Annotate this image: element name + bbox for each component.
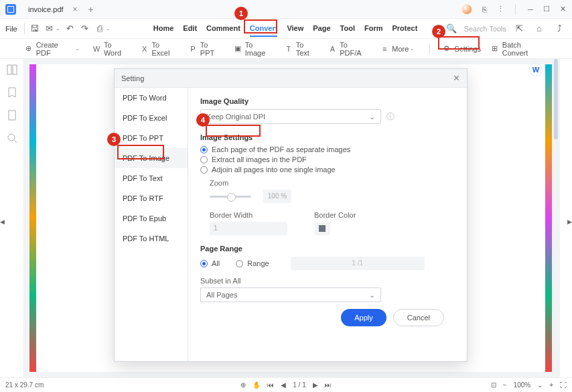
page-first-icon[interactable]: ⏮: [267, 381, 274, 389]
sidebar-item-pdf-to-rtf[interactable]: PDF To RTF: [115, 188, 188, 208]
chevron-down-icon: ⌄: [75, 46, 80, 52]
tab-close-icon[interactable]: ×: [73, 5, 78, 14]
attachment-icon[interactable]: [7, 110, 17, 121]
zoom-out-icon[interactable]: −: [503, 381, 507, 389]
scrollbar-thumb[interactable]: [554, 59, 558, 139]
sidebar-item-pdf-to-excel[interactable]: PDF To Excel: [115, 108, 188, 128]
page-prev-icon[interactable]: ◀: [281, 381, 286, 389]
window-minimize-icon[interactable]: ─: [526, 5, 534, 13]
sidebar-item-pdf-to-word[interactable]: PDF To Word: [115, 88, 188, 108]
sidebar-item-pdf-to-html[interactable]: PDF To HTML: [115, 228, 188, 249]
fit-width-icon[interactable]: ⊡: [491, 381, 496, 389]
titlebar: invoice.pdf × + ⎘ ⋮ ─ ☐ ✕: [0, 0, 572, 19]
more-button[interactable]: ≡ More ⌄: [380, 44, 417, 54]
tab-page[interactable]: Page: [313, 21, 330, 37]
cloud-icon[interactable]: ⌂: [533, 23, 545, 35]
toolbar: ⊕ Create PDF ⌄ W To Word X To Excel P To…: [0, 39, 572, 59]
page-range-input[interactable]: 1 /1: [291, 257, 425, 270]
to-image-button[interactable]: ▣ To Image: [233, 41, 275, 57]
border-color-picker[interactable]: [314, 222, 330, 235]
border-width-label: Border Width: [210, 211, 287, 219]
to-ppt-button[interactable]: P To PPT: [188, 41, 224, 57]
zoom-value[interactable]: 100 %: [263, 190, 291, 203]
external-icon[interactable]: ⇱: [513, 23, 525, 35]
fullscreen-icon[interactable]: ⛶: [560, 381, 567, 389]
share-icon[interactable]: ⎘: [480, 5, 488, 13]
word-badge-icon[interactable]: W: [529, 63, 543, 76]
image-quality-label: Image Quality: [200, 97, 455, 105]
window-close-icon[interactable]: ✕: [559, 5, 567, 13]
tool-label: To Excel: [151, 41, 179, 57]
page-next-icon[interactable]: ▶: [567, 218, 572, 225]
batch-convert-button[interactable]: ⊞ Batch Convert: [490, 41, 548, 57]
tab-comment[interactable]: Comment: [206, 21, 240, 37]
svg-point-3: [8, 134, 15, 141]
statusbar: 21 x 29.7 cm ⊕ ✋ ⏮ ◀ 1 / 1 ▶ ⏭ ⊡ − 100% …: [0, 377, 572, 392]
border-color-label: Border Color: [314, 211, 356, 219]
subset-select[interactable]: All Pages: [200, 287, 381, 302]
to-excel-button[interactable]: X To Excel: [140, 41, 179, 57]
image-quality-select[interactable]: Keep Original DPI: [200, 109, 381, 124]
tool-label: To Image: [245, 41, 275, 57]
tab-edit[interactable]: Edit: [183, 21, 197, 37]
to-word-button[interactable]: W To Word: [92, 41, 131, 57]
kebab-icon[interactable]: ⋮: [496, 5, 504, 13]
tab-view[interactable]: View: [287, 21, 303, 37]
info-icon[interactable]: ⓘ: [386, 111, 395, 123]
pan-tool-icon[interactable]: ✋: [253, 381, 261, 389]
search-tools-placeholder[interactable]: Search Tools: [464, 25, 506, 33]
zoom-chevron-icon[interactable]: ⌄: [537, 381, 543, 389]
create-pdf-button[interactable]: ⊕ Create PDF ⌄: [24, 41, 82, 57]
radio-all-pages[interactable]: All: [200, 259, 220, 267]
settings-dialog: Setting ✕ PDF To Word PDF To Excel PDF T…: [114, 68, 468, 362]
file-menu[interactable]: File: [5, 25, 17, 33]
tab-tool[interactable]: Tool: [340, 21, 355, 37]
radio-extract-images[interactable]: Extract all images in the PDF: [200, 155, 455, 164]
page-last-icon[interactable]: ⏭: [325, 381, 332, 389]
cancel-button[interactable]: Cancel: [393, 309, 444, 326]
window-maximize-icon[interactable]: ☐: [543, 5, 551, 13]
sidebar-item-pdf-to-text[interactable]: PDF To Text: [115, 168, 188, 188]
tab-form[interactable]: Form: [364, 21, 383, 37]
page-indicator[interactable]: 1 / 1: [293, 381, 305, 389]
search-panel-icon[interactable]: [7, 133, 17, 143]
redo-icon[interactable]: ↷: [79, 23, 91, 35]
print-icon[interactable]: ⎙: [94, 23, 106, 35]
radio-adjoin-pages[interactable]: Adjoin all pages into one single image: [200, 166, 455, 174]
ppt-icon: P: [188, 44, 198, 54]
radio-label: All: [212, 259, 220, 267]
plus-doc-icon: ⊕: [24, 44, 33, 54]
page-next-icon[interactable]: ▶: [313, 381, 318, 389]
radio-range[interactable]: Range: [236, 259, 269, 267]
thumbnails-icon[interactable]: [7, 64, 17, 75]
to-pdfa-button[interactable]: A To PDF/A: [328, 41, 371, 57]
tab-home[interactable]: Home: [153, 21, 174, 37]
border-width-input[interactable]: 1: [210, 222, 287, 235]
user-avatar[interactable]: [461, 4, 472, 15]
apply-button[interactable]: Apply: [341, 309, 386, 326]
sidebar-item-pdf-to-epub[interactable]: PDF To Epub: [115, 208, 188, 228]
chevron-down-icon[interactable]: ⌄: [106, 25, 111, 31]
document-tab[interactable]: invoice.pdf ×: [21, 2, 84, 17]
bookmark-icon[interactable]: [7, 87, 17, 98]
zoom-level[interactable]: 100%: [514, 381, 531, 389]
hand-tool-icon[interactable]: ⊕: [240, 381, 246, 389]
save-icon[interactable]: 🖫: [29, 23, 41, 35]
annotation-box-settings: [438, 36, 480, 50]
upload-icon[interactable]: ⤴: [553, 23, 565, 35]
undo-icon[interactable]: ↶: [64, 23, 76, 35]
tab-add-icon[interactable]: +: [88, 4, 94, 15]
zoom-in-icon[interactable]: +: [549, 381, 553, 389]
dialog-close-icon[interactable]: ✕: [453, 73, 460, 83]
tab-protect[interactable]: Protect: [392, 21, 417, 37]
chevron-down-icon[interactable]: ⌄: [56, 25, 60, 31]
to-text-button[interactable]: T To Text: [284, 41, 319, 57]
menubar-right: 🔍 Search Tools ⇱ ⌂ ⤴: [444, 23, 567, 35]
zoom-slider[interactable]: [210, 196, 251, 198]
subset-label: Subset in All: [200, 277, 455, 285]
radio-each-page[interactable]: Each page of the PDF as separate images: [200, 145, 455, 153]
status-center: ⊕ ✋ ⏮ ◀ 1 / 1 ▶ ⏭: [240, 381, 331, 389]
search-icon[interactable]: 🔍: [445, 23, 457, 35]
page-prev-icon[interactable]: ◀: [0, 218, 5, 225]
mail-icon[interactable]: ✉: [44, 23, 56, 35]
